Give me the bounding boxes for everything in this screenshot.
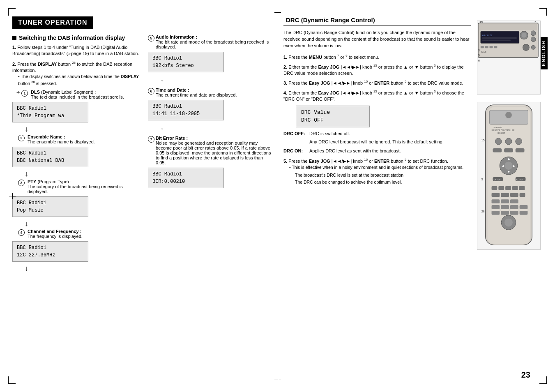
- svg-text:▲: ▲: [507, 157, 511, 161]
- svg-rect-49: [505, 186, 511, 190]
- drc-off-desc: DRC OFF: DRC is switched off.: [283, 131, 471, 137]
- remote-svg: marantz REMOTE CONTROLLER RC6023 15: [477, 102, 540, 249]
- dls-text: DLS (Dynamic Label Segment) : The text d…: [31, 90, 124, 99]
- page-number: 23: [521, 370, 530, 380]
- svg-point-25: [505, 112, 512, 118]
- drc-step5-sub3: The DRC can be changed to achieve the op…: [295, 179, 471, 185]
- lcd-ber: BBC Radio1BER:0.00210: [148, 168, 224, 188]
- svg-text:REMOTE CONTROLLER: REMOTE CONTROLLER: [492, 129, 515, 131]
- svg-rect-53: [501, 193, 509, 197]
- drc-intro: The DRC (Dynamic Range Control) function…: [283, 30, 471, 185]
- svg-rect-34: [516, 148, 525, 152]
- svg-text:15: 15: [481, 139, 485, 142]
- drc-on-label: DRC ON:: [283, 148, 306, 154]
- svg-rect-57: [501, 199, 509, 203]
- svg-rect-60: [501, 205, 509, 209]
- label-dls: ➔ 1 DLS (Dynamic Label Segment) : The te…: [12, 90, 140, 99]
- english-tab: ENGLISH: [539, 37, 548, 69]
- svg-rect-32: [493, 148, 502, 152]
- circle-6: 6: [148, 88, 154, 95]
- svg-rect-47: [492, 186, 497, 190]
- svg-rect-2: [481, 31, 519, 44]
- svg-rect-65: [510, 211, 518, 215]
- svg-rect-59: [492, 205, 500, 209]
- svg-rect-62: [520, 205, 528, 209]
- svg-rect-63: [492, 211, 500, 215]
- step-2-sub: • The display switches as shown below ea…: [18, 74, 140, 86]
- svg-point-31: [516, 138, 522, 145]
- svg-rect-1: [479, 24, 537, 30]
- drc-step-1: 1. Press the MENU button 7 or 6 to selec…: [283, 53, 471, 60]
- svg-point-30: [505, 138, 512, 145]
- svg-text:DAB: DAB: [481, 51, 486, 53]
- ber-text: Bit Error Rate : Noise may be generated …: [156, 136, 271, 165]
- svg-rect-64: [501, 211, 509, 215]
- arrow-3: ↓: [25, 219, 140, 228]
- lcd-channel: BBC Radio112C 227.36MHz: [12, 241, 88, 262]
- svg-point-14: [523, 44, 530, 51]
- drc-heading: DRC (Dynamic Range Control): [283, 16, 471, 25]
- cross-top: [274, 9, 281, 16]
- svg-point-15: [531, 45, 535, 49]
- square-bullet-icon: [12, 36, 16, 40]
- drc-section: DRC (Dynamic Range Control) The DRC (Dyn…: [279, 12, 471, 380]
- svg-rect-33: [504, 148, 513, 152]
- label-time: 6 Time and Date : The current time and d…: [148, 88, 271, 131]
- svg-text:5: 5: [478, 54, 480, 57]
- drc-step5-sub1: • This is effective when in a noisy envi…: [289, 164, 471, 171]
- drc-on-desc: DRC ON: Applies DRC level as sent with t…: [283, 148, 471, 154]
- circle-4: 4: [18, 229, 25, 236]
- tuner-operation-header: TUNER OPERATION: [12, 16, 93, 29]
- audio-text: Audio Information : The bit rate and mod…: [156, 35, 271, 49]
- receiver-svg: marantz 15 7: [477, 21, 540, 94]
- lcd-pty: BBC Radio1Pop Music: [12, 196, 88, 217]
- label-audio: 5 Audio Information : The bit rate and m…: [148, 35, 271, 83]
- audio-label-row: 5 Audio Information : The bit rate and m…: [148, 35, 271, 49]
- cross-left: [9, 193, 16, 199]
- svg-point-37: [504, 161, 513, 170]
- lcd-ensemble: BBC Radio1BBC National DAB: [12, 147, 88, 167]
- drc-off-sub: Any DRC level broadcast will be ignored.…: [309, 139, 471, 145]
- page: TUNER OPERATION Switching the DAB inform…: [0, 0, 555, 392]
- drc-intro-text: The DRC (Dynamic Range Control) function…: [283, 30, 471, 49]
- drc-off-text: DRC is switched off.: [309, 131, 350, 137]
- svg-rect-56: [492, 199, 500, 203]
- svg-point-68: [504, 219, 513, 227]
- drc-on-text: Applies DRC level as sent with the broad…: [309, 148, 401, 154]
- circle-2: 2: [18, 135, 25, 141]
- label-channel: 4 Channel and Frequency : The frequency …: [12, 229, 140, 239]
- svg-rect-51: [519, 186, 525, 190]
- svg-text:marantz: marantz: [482, 34, 493, 37]
- svg-rect-4: [482, 37, 517, 39]
- svg-text:▼: ▼: [507, 170, 511, 174]
- svg-text:28: 28: [481, 210, 485, 213]
- receiver-device-img: marantz 15 7: [477, 21, 541, 95]
- time-label-row: 6 Time and Date : The current time and d…: [148, 88, 271, 97]
- remote-device-img: marantz REMOTE CONTROLLER RC6023 15: [477, 102, 541, 250]
- drc-step-5: 5. Press the Easy JOG |◄◄/▶►| knob 15 or…: [283, 157, 471, 185]
- svg-text:◄: ◄: [501, 164, 504, 168]
- svg-rect-61: [510, 205, 518, 209]
- step-1: 1. Follow steps 1 to 4 under "Tuning in …: [12, 44, 140, 57]
- svg-text:►: ►: [512, 164, 516, 168]
- ber-label-row: 7 Bit Error Rate : Noise may be generate…: [148, 136, 271, 165]
- device-panel: ENGLISH marantz: [475, 12, 547, 380]
- corner-mark-tl: [8, 8, 16, 16]
- lcd-dls: BBC Radio1*This Program wa: [12, 102, 88, 122]
- svg-text:6: 6: [478, 59, 480, 62]
- svg-point-8: [531, 31, 536, 36]
- circle-7: 7: [148, 136, 154, 143]
- dab-section-heading: Switching the DAB information display: [12, 35, 140, 41]
- label-ensemble: 2 Ensemble Name : The ensemble name is d…: [12, 134, 140, 144]
- svg-text:5: 5: [481, 178, 483, 181]
- svg-rect-13: [494, 46, 497, 48]
- svg-text:7: 7: [534, 21, 536, 24]
- drc-off-label: DRC OFF:: [283, 131, 306, 137]
- step-2: 2. Press the DISPLAY button 28 to switch…: [12, 60, 140, 86]
- svg-text:marantz: marantz: [493, 126, 502, 129]
- step-2-num: 2.: [12, 61, 16, 66]
- svg-point-7: [522, 33, 527, 38]
- arrow-6: ↓: [160, 123, 271, 131]
- dab-switching-col: Switching the DAB information display 1.…: [12, 35, 140, 274]
- label-ber: 7 Bit Error Rate : Noise may be generate…: [148, 136, 271, 188]
